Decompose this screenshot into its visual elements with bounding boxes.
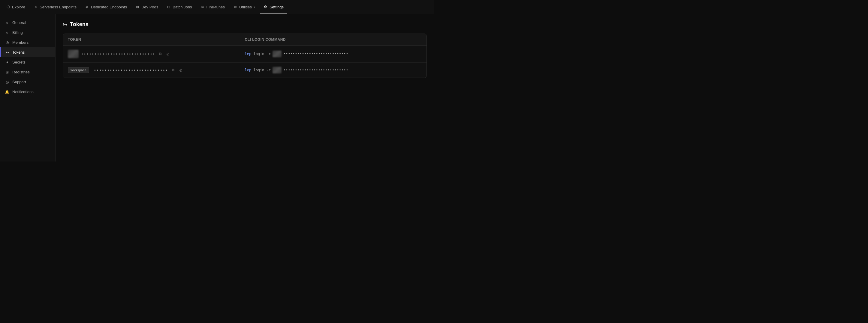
token-cell-1: •••••••••••••••••••••••••••• ⧉ ⊘ xyxy=(68,50,245,58)
chevron-down-icon: ▾ xyxy=(254,5,255,9)
top-navigation: ⬡ Explore ○ Serverless Endpoints ◈ Dedic… xyxy=(0,0,434,14)
workspace-badge: workspace xyxy=(68,67,89,73)
sidebar-item-billing[interactable]: ○ Billing xyxy=(0,28,55,37)
page-title: Tokens xyxy=(70,21,89,28)
page-header: 🗝 Tokens xyxy=(63,21,427,28)
table-row: •••••••••••••••••••••••••••• ⧉ ⊘ lep log… xyxy=(63,45,427,63)
nav-item-dedicated-endpoints[interactable]: ◈ Dedicated Endpoints xyxy=(81,3,130,11)
sidebar-item-general-label: General xyxy=(12,21,26,25)
tokens-table: Token CLI login command ••••••••••••••••… xyxy=(63,34,427,78)
general-icon: ○ xyxy=(5,21,9,25)
notifications-icon: 🔔 xyxy=(5,89,9,94)
sidebar-item-registries-label: Registries xyxy=(12,70,30,74)
page-title-icon: 🗝 xyxy=(63,22,67,27)
nav-item-explore[interactable]: ⬡ Explore xyxy=(2,3,29,11)
fine-tunes-icon: ≋ xyxy=(200,5,205,9)
nav-item-dev-pods[interactable]: ⊞ Dev Pods xyxy=(132,3,162,11)
cli-prefix-2: lep login -c xyxy=(245,68,271,72)
settings-icon: ⚙ xyxy=(264,5,268,9)
cli-avatar-1 xyxy=(273,51,282,57)
nav-item-settings[interactable]: ⚙ Settings xyxy=(260,3,287,11)
tokens-icon: 🗝 xyxy=(5,50,9,55)
sidebar-item-secrets-label: Secrets xyxy=(12,60,26,64)
cli-cell-2: lep login -c •••••••••••••••••••••••••••… xyxy=(245,67,422,73)
token-masked-2: •••••••••••••••••••••••••••• xyxy=(94,68,168,73)
sidebar-item-tokens-label: Tokens xyxy=(12,50,25,55)
nav-item-dedicated-label: Dedicated Endpoints xyxy=(91,5,127,9)
registries-icon: ⊞ xyxy=(5,70,9,74)
nav-item-serverless-label: Serverless Endpoints xyxy=(40,5,76,9)
copy-token-1-button[interactable]: ⧉ xyxy=(158,51,163,57)
sidebar-item-notifications[interactable]: 🔔 Notifications xyxy=(0,87,55,97)
table-row: workspace •••••••••••••••••••••••••••• ⧉… xyxy=(63,63,427,78)
cli-cell-1: lep login -c •••••••••••••••••••••••••••… xyxy=(245,51,422,57)
header-token: Token xyxy=(68,37,245,42)
token-cell-2: workspace •••••••••••••••••••••••••••• ⧉… xyxy=(68,67,245,73)
dedicated-endpoints-icon: ◈ xyxy=(85,5,89,9)
main-layout: ○ General ○ Billing ◎ Members 🗝 Tokens ✦… xyxy=(0,14,434,162)
sidebar-item-general[interactable]: ○ General xyxy=(0,18,55,28)
nav-item-finetunes-label: Fine-tunes xyxy=(207,5,225,9)
toggle-visibility-1-button[interactable]: ⊘ xyxy=(165,51,171,57)
nav-item-utilities-label: Utilities xyxy=(239,5,252,9)
nav-item-devpods-label: Dev Pods xyxy=(142,5,158,9)
sidebar: ○ General ○ Billing ◎ Members 🗝 Tokens ✦… xyxy=(0,14,56,162)
nav-item-serverless-endpoints[interactable]: ○ Serverless Endpoints xyxy=(30,3,80,11)
copy-token-2-button[interactable]: ⧉ xyxy=(170,67,176,73)
table-header: Token CLI login command xyxy=(63,34,427,45)
sidebar-item-secrets[interactable]: ✦ Secrets xyxy=(0,57,55,67)
sidebar-item-tokens[interactable]: 🗝 Tokens xyxy=(0,47,55,57)
toggle-visibility-2-button[interactable]: ⊘ xyxy=(178,67,184,73)
cli-masked-1: •••••••••••••••••••••••••••• xyxy=(283,52,348,56)
nav-item-batchjobs-label: Batch Jobs xyxy=(173,5,192,9)
explore-icon: ⬡ xyxy=(6,5,10,9)
cli-masked-2: •••••••••••••••••••••••••••• xyxy=(283,68,348,72)
sidebar-item-notifications-label: Notifications xyxy=(12,89,34,94)
members-icon: ◎ xyxy=(5,40,9,45)
nav-item-settings-label: Settings xyxy=(270,5,284,9)
nav-item-utilities[interactable]: ⊕ Utilities ▾ xyxy=(229,3,259,11)
serverless-endpoints-icon: ○ xyxy=(34,5,38,9)
sidebar-item-support[interactable]: ◎ Support xyxy=(0,77,55,87)
sidebar-item-support-label: Support xyxy=(12,80,26,84)
sidebar-item-members-label: Members xyxy=(12,40,29,45)
sidebar-item-registries[interactable]: ⊞ Registries xyxy=(0,67,55,77)
content-area: 🗝 Tokens Token CLI login command •••••••… xyxy=(56,14,434,162)
dev-pods-icon: ⊞ xyxy=(135,5,140,9)
cli-prefix-1: lep login -c xyxy=(245,52,271,56)
sidebar-item-members[interactable]: ◎ Members xyxy=(0,37,55,47)
token-masked-1: •••••••••••••••••••••••••••• xyxy=(81,52,155,56)
nav-item-batch-jobs[interactable]: ⊟ Batch Jobs xyxy=(163,3,195,11)
batch-jobs-icon: ⊟ xyxy=(166,5,171,9)
utilities-icon: ⊕ xyxy=(233,5,238,9)
cli-avatar-2 xyxy=(273,67,282,73)
token-avatar-1 xyxy=(68,50,79,58)
support-icon: ◎ xyxy=(5,80,9,84)
billing-icon: ○ xyxy=(5,30,9,35)
secrets-icon: ✦ xyxy=(5,60,9,64)
sidebar-item-billing-label: Billing xyxy=(12,30,23,35)
header-cli: CLI login command xyxy=(245,37,422,42)
nav-item-explore-label: Explore xyxy=(12,5,25,9)
nav-item-fine-tunes[interactable]: ≋ Fine-tunes xyxy=(197,3,228,11)
